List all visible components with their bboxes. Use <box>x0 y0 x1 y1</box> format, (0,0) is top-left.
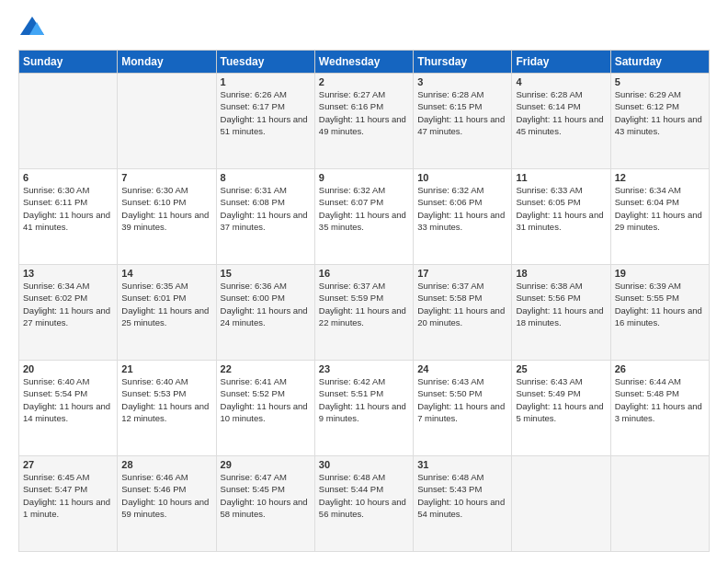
calendar-body: 1Sunrise: 6:26 AMSunset: 6:17 PMDaylight… <box>19 74 710 552</box>
day-number: 26 <box>615 363 705 374</box>
day-number: 6 <box>23 172 113 183</box>
weekday-header: Tuesday <box>216 51 314 74</box>
calendar-cell: 12Sunrise: 6:34 AMSunset: 6:04 PMDayligh… <box>610 169 709 265</box>
day-number: 14 <box>121 268 211 279</box>
day-info: Sunrise: 6:40 AMSunset: 5:54 PMDaylight:… <box>23 375 113 424</box>
weekday-header: Wednesday <box>314 51 413 74</box>
day-number: 13 <box>23 268 113 279</box>
day-info: Sunrise: 6:42 AMSunset: 5:51 PMDaylight:… <box>319 375 409 424</box>
day-info: Sunrise: 6:40 AMSunset: 5:53 PMDaylight:… <box>121 375 211 424</box>
day-info: Sunrise: 6:28 AMSunset: 6:14 PMDaylight:… <box>516 88 606 137</box>
calendar-cell: 22Sunrise: 6:41 AMSunset: 5:52 PMDayligh… <box>216 361 314 456</box>
day-info: Sunrise: 6:26 AMSunset: 6:17 PMDaylight:… <box>221 88 311 137</box>
calendar-week: 1Sunrise: 6:26 AMSunset: 6:17 PMDaylight… <box>19 74 710 169</box>
calendar-cell: 1Sunrise: 6:26 AMSunset: 6:17 PMDaylight… <box>216 74 314 169</box>
calendar-cell: 20Sunrise: 6:40 AMSunset: 5:54 PMDayligh… <box>19 361 118 456</box>
day-info: Sunrise: 6:37 AMSunset: 5:58 PMDaylight:… <box>417 280 507 328</box>
calendar-header: SundayMondayTuesdayWednesdayThursdayFrid… <box>19 51 710 74</box>
day-number: 28 <box>121 459 211 470</box>
weekday-header: Thursday <box>414 51 512 74</box>
calendar-cell: 27Sunrise: 6:45 AMSunset: 5:47 PMDayligh… <box>19 456 118 552</box>
calendar-cell: 13Sunrise: 6:34 AMSunset: 6:02 PMDayligh… <box>19 265 118 361</box>
calendar-cell: 14Sunrise: 6:35 AMSunset: 6:01 PMDayligh… <box>118 265 216 361</box>
day-number: 27 <box>23 459 113 470</box>
day-info: Sunrise: 6:34 AMSunset: 6:04 PMDaylight:… <box>615 184 705 233</box>
calendar-cell: 23Sunrise: 6:42 AMSunset: 5:51 PMDayligh… <box>314 361 413 456</box>
day-info: Sunrise: 6:32 AMSunset: 6:07 PMDaylight:… <box>319 184 409 233</box>
day-info: Sunrise: 6:31 AMSunset: 6:08 PMDaylight:… <box>221 184 311 233</box>
weekday-header: Saturday <box>610 51 709 74</box>
calendar-cell <box>512 456 610 552</box>
day-number: 3 <box>417 76 507 87</box>
day-info: Sunrise: 6:44 AMSunset: 5:48 PMDaylight:… <box>615 375 705 424</box>
day-number: 9 <box>319 172 409 183</box>
calendar-cell: 17Sunrise: 6:37 AMSunset: 5:58 PMDayligh… <box>414 265 512 361</box>
calendar-cell <box>610 456 709 552</box>
day-info: Sunrise: 6:27 AMSunset: 6:16 PMDaylight:… <box>319 88 409 137</box>
day-info: Sunrise: 6:33 AMSunset: 6:05 PMDaylight:… <box>516 184 606 233</box>
calendar-cell: 15Sunrise: 6:36 AMSunset: 6:00 PMDayligh… <box>216 265 314 361</box>
day-info: Sunrise: 6:36 AMSunset: 6:00 PMDaylight:… <box>221 280 311 328</box>
day-info: Sunrise: 6:41 AMSunset: 5:52 PMDaylight:… <box>221 375 311 424</box>
day-number: 11 <box>516 172 606 183</box>
day-info: Sunrise: 6:43 AMSunset: 5:49 PMDaylight:… <box>516 375 606 424</box>
calendar-cell <box>19 74 118 169</box>
day-number: 23 <box>319 363 409 374</box>
calendar-cell: 25Sunrise: 6:43 AMSunset: 5:49 PMDayligh… <box>512 361 610 456</box>
day-number: 10 <box>417 172 507 183</box>
day-info: Sunrise: 6:35 AMSunset: 6:01 PMDaylight:… <box>121 280 211 328</box>
calendar-cell: 28Sunrise: 6:46 AMSunset: 5:46 PMDayligh… <box>118 456 216 552</box>
day-info: Sunrise: 6:46 AMSunset: 5:46 PMDaylight:… <box>121 471 211 520</box>
logo <box>18 15 50 42</box>
calendar-cell: 9Sunrise: 6:32 AMSunset: 6:07 PMDaylight… <box>314 169 413 265</box>
calendar-cell: 4Sunrise: 6:28 AMSunset: 6:14 PMDaylight… <box>512 74 610 169</box>
calendar-week: 27Sunrise: 6:45 AMSunset: 5:47 PMDayligh… <box>19 456 710 552</box>
calendar-cell: 26Sunrise: 6:44 AMSunset: 5:48 PMDayligh… <box>610 361 709 456</box>
calendar-cell: 16Sunrise: 6:37 AMSunset: 5:59 PMDayligh… <box>314 265 413 361</box>
day-info: Sunrise: 6:48 AMSunset: 5:43 PMDaylight:… <box>417 471 507 520</box>
calendar-cell: 30Sunrise: 6:48 AMSunset: 5:44 PMDayligh… <box>314 456 413 552</box>
calendar-week: 13Sunrise: 6:34 AMSunset: 6:02 PMDayligh… <box>19 265 710 361</box>
day-number: 24 <box>417 363 507 374</box>
calendar-cell: 21Sunrise: 6:40 AMSunset: 5:53 PMDayligh… <box>118 361 216 456</box>
calendar-cell: 31Sunrise: 6:48 AMSunset: 5:43 PMDayligh… <box>414 456 512 552</box>
page: SundayMondayTuesdayWednesdayThursdayFrid… <box>0 0 728 563</box>
day-number: 5 <box>615 76 705 87</box>
weekday-header: Friday <box>512 51 610 74</box>
day-number: 17 <box>417 268 507 279</box>
day-number: 22 <box>221 363 311 374</box>
calendar-cell: 24Sunrise: 6:43 AMSunset: 5:50 PMDayligh… <box>414 361 512 456</box>
calendar-cell: 19Sunrise: 6:39 AMSunset: 5:55 PMDayligh… <box>610 265 709 361</box>
day-info: Sunrise: 6:37 AMSunset: 5:59 PMDaylight:… <box>319 280 409 328</box>
calendar-cell: 5Sunrise: 6:29 AMSunset: 6:12 PMDaylight… <box>610 74 709 169</box>
weekday-header: Sunday <box>19 51 118 74</box>
calendar-cell: 11Sunrise: 6:33 AMSunset: 6:05 PMDayligh… <box>512 169 610 265</box>
day-number: 7 <box>121 172 211 183</box>
day-number: 16 <box>319 268 409 279</box>
day-number: 15 <box>221 268 311 279</box>
header-row: SundayMondayTuesdayWednesdayThursdayFrid… <box>19 51 710 74</box>
day-number: 2 <box>319 76 409 87</box>
day-info: Sunrise: 6:34 AMSunset: 6:02 PMDaylight:… <box>23 280 113 328</box>
weekday-header: Monday <box>118 51 216 74</box>
day-number: 25 <box>516 363 606 374</box>
header <box>18 15 710 42</box>
calendar-week: 6Sunrise: 6:30 AMSunset: 6:11 PMDaylight… <box>19 169 710 265</box>
calendar-cell: 29Sunrise: 6:47 AMSunset: 5:45 PMDayligh… <box>216 456 314 552</box>
day-info: Sunrise: 6:47 AMSunset: 5:45 PMDaylight:… <box>221 471 311 520</box>
day-info: Sunrise: 6:48 AMSunset: 5:44 PMDaylight:… <box>319 471 409 520</box>
day-number: 1 <box>221 76 311 87</box>
calendar-cell: 7Sunrise: 6:30 AMSunset: 6:10 PMDaylight… <box>118 169 216 265</box>
calendar-cell: 18Sunrise: 6:38 AMSunset: 5:56 PMDayligh… <box>512 265 610 361</box>
day-number: 8 <box>221 172 311 183</box>
day-number: 29 <box>221 459 311 470</box>
calendar-cell: 3Sunrise: 6:28 AMSunset: 6:15 PMDaylight… <box>414 74 512 169</box>
day-info: Sunrise: 6:29 AMSunset: 6:12 PMDaylight:… <box>615 88 705 137</box>
day-number: 4 <box>516 76 606 87</box>
calendar-cell: 2Sunrise: 6:27 AMSunset: 6:16 PMDaylight… <box>314 74 413 169</box>
logo-icon <box>18 15 46 42</box>
day-number: 19 <box>615 268 705 279</box>
day-info: Sunrise: 6:45 AMSunset: 5:47 PMDaylight:… <box>23 471 113 520</box>
calendar-week: 20Sunrise: 6:40 AMSunset: 5:54 PMDayligh… <box>19 361 710 456</box>
calendar-cell: 10Sunrise: 6:32 AMSunset: 6:06 PMDayligh… <box>414 169 512 265</box>
